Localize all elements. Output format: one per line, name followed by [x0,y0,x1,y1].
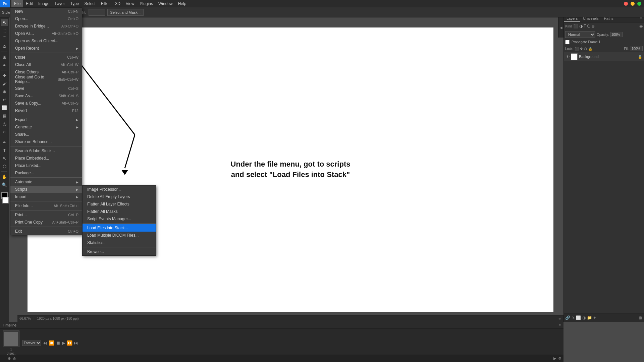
menu-share[interactable]: Share... [10,131,82,138]
layer-blend-mode[interactable]: Normal [565,31,595,38]
script-browse[interactable]: Browse... [83,248,156,255]
menu-open-smart-object[interactable]: Open as Smart Object... [10,37,82,45]
script-flatten-masks[interactable]: Flatten All Masks [83,208,156,215]
menu-import[interactable]: Import ▶ [10,193,82,200]
lock-all-btn[interactable]: 🔒 [588,47,592,51]
menu-search-adobe-stock[interactable]: Search Adobe Stock... [10,147,82,155]
link-layers-btn[interactable]: 🔗 [565,315,570,320]
menu-open-recent[interactable]: Open Recent ▶ [10,45,82,52]
lock-artboard-btn[interactable]: ⬡ [584,47,587,51]
tool-move[interactable]: ↖ [1,19,8,26]
delete-layer-btn[interactable]: 🗑 [639,315,643,320]
script-delete-empty-layers[interactable]: Delete All Empty Layers [83,193,156,200]
script-load-files-stack[interactable]: Load Files into Stack... [83,224,156,232]
fill-input[interactable] [631,46,643,51]
menu-select[interactable]: Select [82,0,98,7]
opacity-input[interactable] [610,32,623,37]
status-nav-next[interactable]: ▸ [560,317,561,320]
layers-filter-toggle[interactable]: ◉ [639,24,643,28]
menu-print[interactable]: Print... Ctrl+P [10,211,82,219]
minimize-button[interactable] [631,2,635,6]
menu-close[interactable]: Close Ctrl+W [10,54,82,61]
menu-close-all[interactable]: Close All Alt+Ctrl+W [10,61,82,68]
tool-type[interactable]: T [1,146,8,154]
menu-type[interactable]: Type [67,0,82,7]
menu-filter[interactable]: Filter [98,0,113,7]
tool-crop[interactable]: ⊞ [1,53,8,61]
new-layer-btn[interactable]: + [593,315,596,320]
layer-mask-btn[interactable]: ⬜ [576,315,581,320]
menu-exit[interactable]: Exit Ctrl+Q [10,228,82,235]
tool-shape[interactable]: ⬡ [1,163,8,170]
group-layers-btn[interactable]: 📁 [587,315,592,320]
tool-brush[interactable]: 🖌 [1,80,8,87]
menu-generate[interactable]: Generate ▶ [10,123,82,131]
tool-eraser[interactable]: ⬜ [1,104,8,111]
menu-save-copy[interactable]: Save a Copy... Alt+Ctrl+S [10,100,82,107]
menu-open[interactable]: Open... Ctrl+O [10,15,82,22]
tool-clone[interactable]: ⊕ [1,88,8,95]
delete-frame-btn[interactable]: 🗑 [13,357,16,361]
menu-open-as[interactable]: Open As... Alt+Shift+Ctrl+O [10,30,82,37]
panel-collapse-toggle[interactable]: ◀ [558,17,564,38]
lock-pixel-btn[interactable]: ⬛ [575,47,579,51]
timeline-frame[interactable] [3,330,19,347]
tool-history-brush[interactable]: ↩ [1,96,8,103]
convert-video-btn[interactable]: ▶ [553,356,556,361]
menu-plugins[interactable]: Plugins [137,0,156,7]
tween-btn[interactable]: ⋯ [2,356,6,361]
maximize-button[interactable] [637,2,641,6]
menu-scripts[interactable]: Scripts ▶ [10,186,82,193]
timeline-settings-btn[interactable]: ⚙ [558,356,561,361]
select-and-mask-button[interactable]: Select and Mask... [107,9,144,16]
tool-heal[interactable]: ✚ [1,72,8,79]
background-color[interactable] [2,197,9,203]
filter-pixel-icon[interactable]: ⬛ [573,24,578,28]
tool-path-select[interactable]: ↖ [1,155,8,162]
menu-view[interactable]: View [123,0,137,7]
lock-position-btn[interactable]: ✥ [580,47,583,51]
script-events-manager[interactable]: Script Events Manager... [83,215,156,223]
close-button[interactable] [624,2,628,6]
tool-pen[interactable]: ✒ [1,138,8,146]
filter-smart-icon[interactable]: ⊕ [591,24,595,28]
tool-blur[interactable]: ◎ [1,120,8,127]
menu-browse-bridge[interactable]: Browse in Bridge... Alt+Ctrl+O [10,22,82,30]
menu-help[interactable]: Help [175,0,189,7]
menu-edit[interactable]: Edit [23,0,36,7]
play-end-btn[interactable]: ⏭ [74,340,78,346]
script-load-dicom[interactable]: Load Multiple DICOM Files... [83,232,156,239]
timeline-menu-btn[interactable]: ≡ [559,323,561,327]
filter-type-icon[interactable]: T [584,24,586,28]
menu-new[interactable]: New Ctrl+N [10,8,82,15]
tool-gradient[interactable]: ▦ [1,112,8,119]
play-back-btn[interactable]: ⏪ [49,340,54,346]
play-btn[interactable]: ▶ [62,340,65,346]
filter-shape-icon[interactable]: ⬡ [587,24,590,28]
tool-magic-wand[interactable]: ✲ [1,43,8,50]
menu-revert[interactable]: Revert F12 [10,107,82,114]
menu-file-info[interactable]: File Info... Alt+Shift+Ctrl+I [10,202,82,209]
loop-select[interactable]: Forever [22,340,41,346]
script-image-processor[interactable]: Image Processor... [83,186,156,193]
tool-hand[interactable]: ✋ [1,173,8,180]
tool-eyedropper[interactable]: ✒ [1,61,8,69]
duplicate-frame-btn[interactable]: ⊕ [8,356,11,361]
menu-image[interactable]: Image [36,0,52,7]
layer-visibility-icon[interactable]: 👁 [566,55,570,59]
menu-share-behance[interactable]: Share on Behance... [10,138,82,145]
propagate-checkbox[interactable] [565,40,570,44]
menu-3d[interactable]: 3D [112,0,123,7]
menu-place-linked[interactable]: Place Linked... [10,162,82,169]
height-input[interactable] [89,9,105,16]
layer-effects-btn[interactable]: fx [572,315,575,320]
filter-adjustment-icon[interactable]: ◑ [579,24,583,28]
menu-export[interactable]: Export ▶ [10,116,82,123]
menu-save[interactable]: Save Ctrl+S [10,85,82,92]
menu-package[interactable]: Package... [10,169,82,177]
script-statistics[interactable]: Statistics... [83,239,156,246]
play-prev-btn[interactable]: ⏮ [43,340,47,346]
tool-lasso[interactable]: ⌒ [1,35,8,42]
menu-file[interactable]: File [11,0,23,7]
menu-window[interactable]: Window [156,0,175,7]
